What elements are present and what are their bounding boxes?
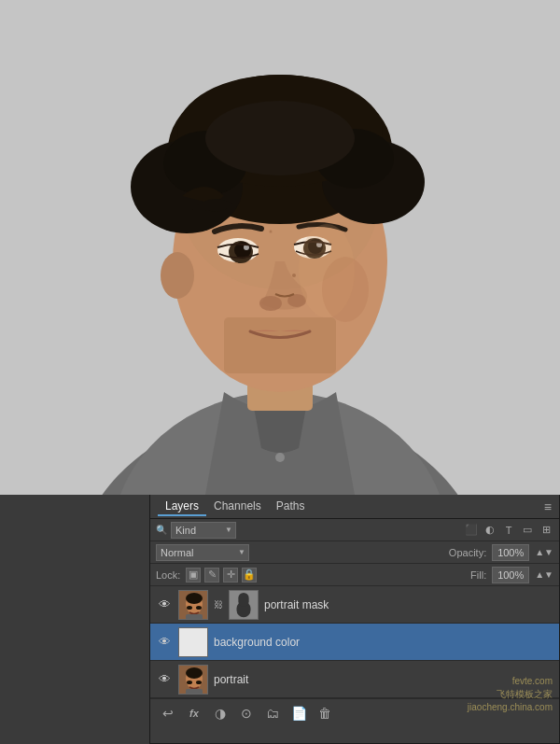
lock-position-icon[interactable]: ✛ — [223, 568, 238, 583]
tab-layers[interactable]: Layers — [158, 498, 206, 516]
blend-mode-select-wrap: Normal Dissolve Multiply Screen Overlay … — [156, 544, 249, 561]
layer-row-background-color[interactable]: 👁 background color — [150, 624, 559, 661]
fill-arrow[interactable]: ▲▼ — [535, 569, 553, 580]
type-filter-icon[interactable]: T — [501, 523, 516, 538]
layer-row-portrait-mask[interactable]: 👁 ⛓ — [150, 586, 559, 624]
lock-label: Lock: — [156, 569, 180, 581]
layer-thumb-portrait — [178, 665, 208, 695]
svg-rect-35 — [186, 614, 203, 620]
pixel-filter-icon[interactable]: ⬛ — [464, 523, 479, 538]
watermark: fevte.com 飞特模板之家 jiaocheng.china.com — [468, 675, 553, 714]
svg-point-42 — [187, 681, 192, 684]
blend-mode-dropdown[interactable]: Normal Dissolve Multiply Screen Overlay — [156, 544, 249, 561]
panel-header: Layers Channels Paths ≡ — [150, 495, 559, 519]
svg-rect-25 — [224, 317, 336, 373]
svg-rect-38 — [238, 592, 248, 606]
svg-point-33 — [187, 606, 192, 610]
visibility-icon-background[interactable]: 👁 — [156, 635, 173, 649]
panel-tabs: Layers Channels Paths — [158, 498, 544, 516]
layer-name-background: background color — [214, 636, 553, 649]
svg-point-27 — [322, 257, 369, 322]
svg-point-14 — [161, 252, 194, 299]
lock-row: Lock: ▣ ✎ ✛ 🔒 Fill: ▲▼ — [150, 564, 559, 586]
svg-point-23 — [259, 296, 282, 311]
mask-add-icon[interactable]: ⊙ — [236, 704, 257, 723]
blend-row: Normal Dissolve Multiply Screen Overlay … — [150, 541, 559, 564]
svg-point-41 — [186, 667, 203, 679]
svg-point-34 — [196, 606, 202, 610]
layer-thumb-background — [178, 627, 208, 657]
canvas-area — [0, 0, 560, 495]
adjustment-layer-icon[interactable]: ◑ — [210, 704, 231, 723]
lock-transparent-icon[interactable]: ▣ — [186, 568, 201, 583]
new-layer-icon[interactable]: 📄 — [288, 704, 309, 723]
filter-row: 🔍 Kind Name Effect Mode Attribute Color … — [150, 519, 559, 541]
search-icon: 🔍 — [156, 525, 167, 535]
tab-channels[interactable]: Channels — [206, 498, 269, 516]
watermark-line1: fevte.com — [468, 675, 553, 688]
opacity-input[interactable] — [492, 544, 529, 561]
lock-all-icon[interactable]: 🔒 — [242, 568, 257, 583]
shape-filter-icon[interactable]: ▭ — [520, 523, 535, 538]
svg-point-28 — [292, 274, 296, 277]
fx-icon[interactable]: fx — [184, 704, 204, 723]
svg-point-3 — [275, 453, 285, 462]
visibility-icon-portrait[interactable]: 👁 — [156, 672, 173, 686]
visibility-icon-portrait-mask[interactable]: 👁 — [156, 597, 173, 611]
layer-thumb-portrait-face — [178, 590, 208, 620]
delete-layer-icon[interactable]: 🗑 — [315, 704, 335, 723]
fill-label: Fill: — [470, 569, 486, 581]
layer-name-portrait-mask: portrait mask — [264, 598, 553, 611]
fill-input[interactable] — [492, 567, 529, 583]
svg-point-29 — [270, 231, 273, 233]
filter-icons: ⬛ ◐ T ▭ ⊞ — [464, 523, 553, 538]
folder-icon[interactable]: 🗂 — [262, 704, 283, 723]
lock-icons: ▣ ✎ ✛ 🔒 — [186, 568, 257, 583]
tab-paths[interactable]: Paths — [269, 498, 313, 516]
watermark-line3: jiaocheng.china.com — [468, 701, 553, 714]
adjustment-filter-icon[interactable]: ◐ — [483, 523, 497, 538]
svg-point-43 — [196, 681, 202, 684]
opacity-label: Opacity: — [449, 547, 486, 558]
chain-icon-1: ⛓ — [214, 599, 223, 610]
link-icon[interactable]: ↩ — [158, 704, 178, 723]
svg-point-32 — [186, 593, 203, 604]
layer-mask-thumb — [229, 590, 259, 620]
svg-rect-44 — [186, 689, 203, 695]
opacity-arrow[interactable]: ▲▼ — [535, 547, 553, 557]
panel-menu-icon[interactable]: ≡ — [544, 499, 552, 514]
kind-dropdown[interactable]: Kind Name Effect Mode Attribute Color — [171, 522, 236, 539]
svg-point-13 — [205, 101, 355, 175]
watermark-line2: 飞特模板之家 — [468, 688, 553, 701]
portrait-canvas — [0, 0, 560, 495]
lock-image-icon[interactable]: ✎ — [204, 568, 219, 583]
kind-select-wrap: Kind Name Effect Mode Attribute Color ▼ — [171, 522, 236, 539]
smart-filter-icon[interactable]: ⊞ — [539, 523, 553, 538]
